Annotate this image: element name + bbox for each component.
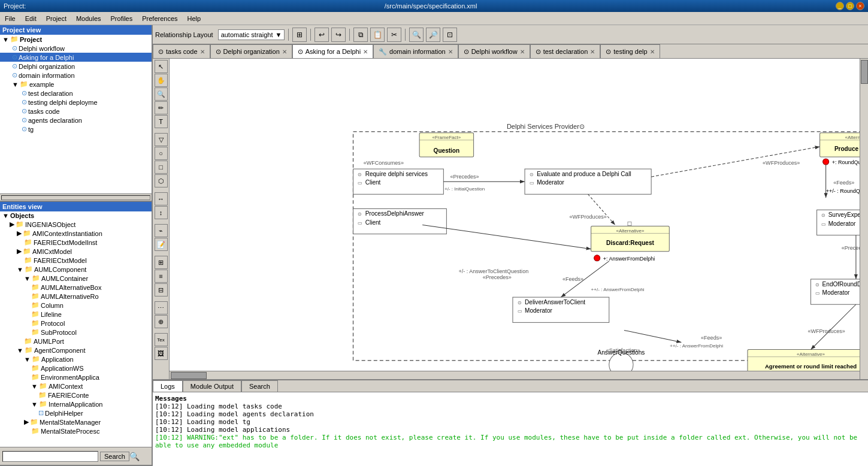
tree-tg[interactable]: ⊙ tg [0,125,152,134]
entity-app-ws[interactable]: 📁 ApplicationWS [0,364,152,373]
distribute-tool[interactable]: ⊟ [155,283,168,296]
entity-ingenias[interactable]: ▶ 📁 INGENIASObject [0,220,152,229]
draw-tool[interactable]: ✏ [155,101,168,114]
tree-testing-delphi[interactable]: ⊙ testing delphi deployme [0,98,152,107]
entity-auml-port[interactable]: 📁 AUMLPort [0,337,152,346]
extra1-tool[interactable]: ⋯ [155,301,168,314]
shape1-tool[interactable]: ▽ [155,133,168,146]
tree-asking-delphi[interactable]: ⊙ Asking for a Delphi [0,53,152,62]
entity-ami-context2[interactable]: ▼ 📁 AMIContext [0,382,152,391]
menu-modules[interactable]: Modules [74,14,104,23]
entity-application[interactable]: ▼ 📁 Application [0,355,152,364]
menu-file[interactable]: File [2,14,18,23]
close-icon[interactable]: ✕ [520,49,525,55]
entity-mental-proc[interactable]: 📁 MentalStateProcesc [0,426,152,435]
entity-auml-comp[interactable]: ▼ 📁 AUMLComponent [0,265,152,274]
menu-preferences[interactable]: Preferences [140,14,180,23]
entity-faerie-ctx[interactable]: 📁 FAERIECtxtModelInst [0,238,152,247]
entity-auml-alt-box[interactable]: 📁 AUMLAlternativeBox [0,283,152,292]
line2-tool[interactable]: ↕ [155,206,168,219]
entity-agent-comp[interactable]: ▼ 📁 AgentComponent [0,346,152,355]
close-button[interactable]: × [856,2,864,10]
tree-tasks-code[interactable]: ⊙ tasks code [0,107,152,116]
tree-delphi-org[interactable]: ⊙ Delphi organization [0,62,152,71]
diagram-hscrollbar[interactable] [170,371,860,379]
tab-delphi-workflow[interactable]: ⊙ Delphi workflow ✕ [458,44,530,58]
font-tool[interactable]: Tex [155,333,168,346]
menu-edit[interactable]: Edit [23,14,39,23]
align-tool[interactable]: ≡ [155,270,168,283]
diagram-canvas[interactable]: Delphi Services Provider⊙ «WFConsumes» «… [170,59,868,379]
tab-domain-info[interactable]: 🔧 domain information ✕ [373,44,458,58]
tab-delphi-org[interactable]: ⊙ Delphi organization ✕ [210,44,292,58]
extra2-tool[interactable]: ⊕ [155,315,168,328]
maximize-button[interactable]: □ [846,2,854,10]
group-tool[interactable]: ⊞ [155,256,168,269]
entity-faerie-model[interactable]: 📁 FAERIECtxtModel [0,256,152,265]
entity-faerie-conte[interactable]: 📁 FAERIEConte [0,391,152,400]
entity-auml-alt-row[interactable]: 📁 AUMLAlternativeRo [0,292,152,301]
fit-button[interactable]: ⊡ [443,28,457,42]
close-icon[interactable]: ✕ [282,49,287,55]
tab-asking-delphi[interactable]: ⊙ Asking for a Delphi ✕ [292,44,373,59]
close-icon[interactable]: ✕ [448,49,453,55]
entity-internal-app[interactable]: ▼ 📁 InternalApplication [0,400,152,408]
zoom-in-button[interactable]: 🔍 [409,28,424,42]
tree-delphi-workflow[interactable]: ⊙ Delphi workflow [0,44,152,53]
entities-search-input[interactable] [2,451,98,462]
tab-module-output[interactable]: Module Output [183,380,241,392]
project-scrollbar[interactable] [0,193,152,201]
entity-env-app[interactable]: 📁 EnvironmentApplica [0,373,152,382]
zoom-tool[interactable]: 🔍 [155,87,168,101]
shape4-tool[interactable]: ⬡ [155,174,168,187]
tab-testing-delp[interactable]: ⊙ testing delp ✕ [600,44,660,58]
zoom-out-button[interactable]: 🔎 [426,28,440,42]
entity-auml-container[interactable]: ▼ 📁 AUMLContainer [0,274,152,283]
shape2-tool[interactable]: ○ [155,147,168,160]
paste-button[interactable]: 📋 [370,28,385,42]
entity-protocol[interactable]: 📁 Protocol [0,319,152,328]
menu-help[interactable]: Help [185,14,204,23]
menu-project[interactable]: Project [44,14,69,23]
project-root[interactable]: ▼ 📁 Project [0,35,152,44]
layout-dropdown[interactable]: automatic straight ▼ [218,29,285,40]
entities-search-button[interactable]: Search [100,452,129,461]
entity-subprotocol[interactable]: 📁 SubProtocol [0,328,152,337]
entity-lifeline[interactable]: 📁 Lifeline [0,310,152,319]
note-tool[interactable]: 📝 [155,238,168,251]
tree-domain-info[interactable]: ⊙ domain information [0,71,152,80]
entity-column[interactable]: 📁 Column [0,301,152,310]
pointer-tool[interactable]: ↖ [155,60,168,73]
tab-test-decl[interactable]: ⊙ test declaration ✕ [530,44,601,58]
text-tool[interactable]: T [155,115,168,128]
menu-profiles[interactable]: Profiles [108,14,135,23]
diagram-vscrollbar[interactable] [860,59,868,379]
close-icon[interactable]: ✕ [363,49,368,55]
entity-mental-mgr[interactable]: ▶ 📁 MentalStateManager [0,417,152,426]
close-icon[interactable]: ✕ [200,49,205,55]
minimize-button[interactable]: _ [836,2,844,10]
image-tool[interactable]: 🖼 [155,347,168,360]
tree-example[interactable]: ▼ 📁 example [0,80,152,89]
undo-button[interactable]: ↩ [314,28,329,42]
connect-tool[interactable]: ⌁ [155,224,168,237]
delete-button[interactable]: ✂ [387,28,401,42]
tree-test-decl[interactable]: ⊙ test declaration [0,89,152,98]
close-icon[interactable]: ✕ [590,49,595,55]
tab-logs[interactable]: Logs [153,380,183,392]
entities-root[interactable]: ▼ Objects [0,211,152,220]
entity-delphi-helper[interactable]: ⊡ DelphiHelper [0,408,152,417]
shape3-tool[interactable]: □ [155,161,168,174]
tab-search[interactable]: Search [241,380,278,392]
close-icon[interactable]: ✕ [650,49,655,55]
tree-agents-decl[interactable]: ⊙ agents declaration [0,116,152,125]
expand-icon: ▼ [24,356,31,363]
grid-button[interactable]: ⊞ [292,28,307,42]
entity-ami-context[interactable]: ▶ 📁 AMIContextInstantiation [0,229,152,238]
tab-tasks-code[interactable]: ⊙ tasks code ✕ [153,44,210,58]
redo-button[interactable]: ↪ [331,28,346,42]
copy-button[interactable]: ⧉ [353,28,368,42]
entity-ami-cxt-model[interactable]: ▶ 📁 AMICxtModel [0,247,152,256]
pan-tool[interactable]: ✋ [155,74,168,87]
line1-tool[interactable]: ↔ [155,192,168,205]
